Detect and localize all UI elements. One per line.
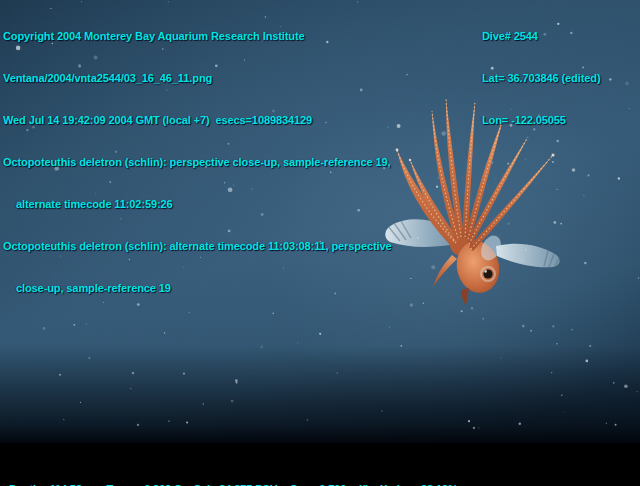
squid-eye bbox=[481, 267, 495, 281]
datetime-text: Wed Jul 14 19:42:09 2004 GMT (local +7) bbox=[3, 114, 210, 126]
longitude: Lon= -122.05055 bbox=[482, 113, 600, 127]
telemetry-top-left: Copyright 2004 Monterey Bay Aquarium Res… bbox=[3, 1, 392, 309]
latitude: Lat= 36.703846 (edited) bbox=[482, 71, 600, 85]
squid-membrane bbox=[477, 232, 504, 263]
squid-mantle bbox=[452, 237, 504, 297]
squid-arm-tips bbox=[396, 149, 555, 162]
squid-head bbox=[450, 234, 476, 256]
squid-right-fin bbox=[496, 244, 560, 268]
sensor-status-line: Depth= 414.53 mTemp= 6.802 CSal= 34.275 … bbox=[3, 468, 470, 486]
annotation2-line2: close-up, sample-reference 19 bbox=[3, 281, 392, 295]
esecs-text: esecs=1089834129 bbox=[215, 114, 312, 126]
dive-number: Dive# 2544 bbox=[482, 29, 600, 43]
squid-left-fin bbox=[385, 219, 450, 247]
filepath-line: Ventana/2004/vnta2544/03_16_46_11.png bbox=[3, 71, 392, 85]
copyright-line: Copyright 2004 Monterey Bay Aquarium Res… bbox=[3, 29, 392, 43]
telemetry-top-right: Dive# 2544 Lat= 36.703846 (edited) Lon= … bbox=[482, 1, 600, 141]
annotation1-line2: alternate timecode 11:02:59:26 bbox=[3, 197, 392, 211]
squid-tail-tip bbox=[461, 288, 469, 305]
datetime-line: Wed Jul 14 19:42:09 2004 GMT (local +7) … bbox=[3, 113, 392, 127]
annotation2-line1: Octopoteuthis deletron (schlin): alterna… bbox=[3, 239, 392, 253]
annotation1-line1: Octopoteuthis deletron (schlin): perspec… bbox=[3, 155, 392, 169]
